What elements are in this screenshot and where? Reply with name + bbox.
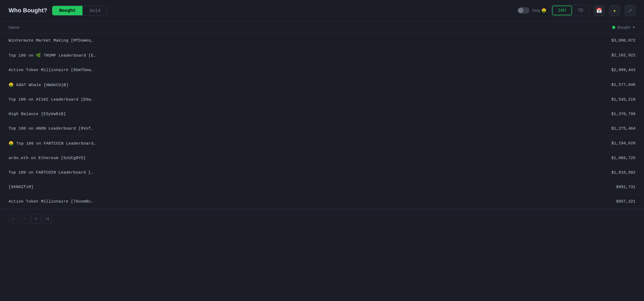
next-page-button[interactable]: > [31,214,41,224]
row-value: $2,099,443 [611,68,635,72]
time-btn-7d[interactable]: 7D [572,6,589,15]
row-value: $1,066,725 [611,156,635,160]
row-name: ardo.eth on Ethereum [6zUCgRYD] [9,156,86,160]
row-name: Top 100 on FARTCOIN Leaderboard [… [9,170,93,175]
column-bought[interactable]: Bought ▼ [612,25,635,30]
row-name: Top 100 on AI16Z Leaderboard [D3w… [9,97,93,102]
last-page-button[interactable]: >| [42,214,52,224]
prev-page-icon: < [23,216,26,221]
time-group: 24H 7D [551,5,589,16]
toggle-group: Only 🤑 [518,7,546,14]
row-name: [9XN6ZfiM] [9,185,33,189]
row-name: Active Token Millionaire [8bmTGew… [9,68,93,72]
star-button[interactable]: ★ [609,5,620,16]
pagination: |< < > >| [0,209,644,229]
tab-sold[interactable]: Sold [83,6,107,15]
header: Who Bought? Bought Sold Only 🤑 24H 7D 📅 [0,0,644,21]
first-page-button[interactable]: |< [9,214,18,224]
collapse-icon: ⤢ [628,8,632,13]
table-row[interactable]: Active Token Millionaire [8bmTGew… $2,09… [0,63,644,78]
row-name: Active Token Millionaire [7DuomBc… [9,199,93,204]
column-bought-label: Bought [617,25,630,30]
tab-group: Bought Sold [52,6,108,16]
table-row[interactable]: [9XN6ZfiM] $991,731 [0,180,644,194]
tab-bought[interactable]: Bought [52,6,83,15]
sort-arrow-icon: ▼ [632,25,635,29]
table-row[interactable]: Top 100 on AI16Z Leaderboard [D3w… $1,54… [0,93,644,107]
page-title: Who Bought? [9,7,47,14]
table-row[interactable]: 🤑 GOAT Whale [HWdeCUjB] $1,577,046 [0,78,644,93]
row-value: $1,275,464 [611,126,635,131]
star-icon: ★ [613,8,616,13]
column-name: Name [9,25,19,30]
time-btn-24h[interactable]: 24H [552,6,572,15]
table-row[interactable]: 🤑 Top 100 on FARTCOIN Leaderboard… $1,19… [0,136,644,151]
row-name: Top 100 on 🌿 TRUMP Leaderboard [E… [9,53,96,58]
toggle-label: Only 🤑 [532,8,546,13]
row-value: $1,577,046 [611,83,635,87]
toggle-knob [518,8,523,13]
table-row[interactable]: Top 100 on FARTCOIN Leaderboard [… $1,01… [0,166,644,180]
main-container: Who Bought? Bought Sold Only 🤑 24H 7D 📅 [0,0,644,229]
row-value: $1,194,620 [611,141,635,146]
row-value: $1,545,219 [611,97,635,102]
table-row[interactable]: Active Token Millionaire [7DuomBc… $957,… [0,194,644,209]
header-left: Who Bought? Bought Sold [9,6,108,16]
table-row[interactable]: Top 100 on ANON Leaderboard [8Vof… $1,27… [0,122,644,136]
row-value: $991,731 [616,185,635,189]
row-name: 🤑 GOAT Whale [HWdeCUjB] [9,82,69,87]
row-value: $1,016,502 [611,170,635,175]
next-page-icon: > [35,216,37,221]
row-name: Wintermute Market Making [MfDuWeq… [9,38,93,43]
row-name: High Balance [E5yUwRiB] [9,112,66,116]
table-row[interactable]: ardo.eth on Ethereum [6zUCgRYD] $1,066,7… [0,151,644,166]
prev-page-button[interactable]: < [20,214,29,224]
row-name: 🤑 Top 100 on FARTCOIN Leaderboard… [9,141,96,146]
table-row[interactable]: High Balance [E5yUwRiB] $1,370,799 [0,107,644,122]
first-page-icon: |< [12,216,15,221]
collapse-button[interactable]: ⤢ [625,5,635,16]
only-toggle[interactable] [518,7,529,14]
table-body: Wintermute Market Making [MfDuWeq… $3,09… [0,34,644,209]
row-value: $2,162,922 [611,53,635,58]
row-value: $957,321 [616,199,635,204]
last-page-icon: >| [45,216,49,221]
row-value: $3,090,072 [611,38,635,43]
calendar-icon: 📅 [596,8,602,13]
table-header: Name Bought ▼ [0,21,644,34]
table-row[interactable]: Wintermute Market Making [MfDuWeq… $3,09… [0,34,644,48]
header-right: Only 🤑 24H 7D 📅 ★ ⤢ [518,5,635,16]
table-row[interactable]: Top 100 on 🌿 TRUMP Leaderboard [E… $2,16… [0,48,644,63]
row-name: Top 100 on ANON Leaderboard [8Vof… [9,126,93,131]
bought-indicator [612,26,615,29]
calendar-button[interactable]: 📅 [594,5,604,16]
row-value: $1,370,799 [611,112,635,116]
